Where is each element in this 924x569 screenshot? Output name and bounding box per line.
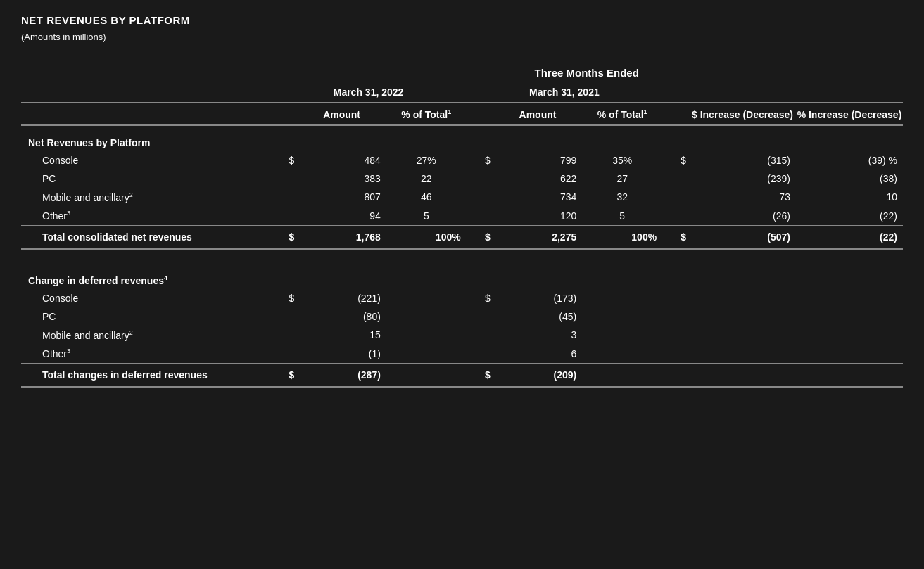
total-row: Total consolidated net revenues$1,768100…	[21, 225, 903, 249]
pct2-header: % of Total1	[582, 103, 662, 125]
three-months-header: Three Months Ended	[270, 63, 903, 82]
pct1-header: % of Total1	[386, 103, 467, 125]
table-row: Mobile and ancillary280746734327310	[21, 188, 903, 207]
table-row: Console$48427%$79935%$(315)(39) %	[21, 151, 903, 170]
section-header-row: Net Revenues by Platform	[21, 125, 903, 151]
page-title: NET REVENUES BY PLATFORM	[21, 14, 903, 26]
table-row: Other3(1)6	[21, 344, 903, 363]
spacer-row	[21, 249, 903, 263]
table-row: Other39451205(26)(22)	[21, 206, 903, 225]
table-row: PC(80)(45)	[21, 307, 903, 326]
amount2-header: Amount	[493, 103, 583, 125]
table-row: PC3832262227(239)(38)	[21, 170, 903, 188]
date1-header: March 31, 2022	[270, 82, 466, 103]
amount1-header: Amount	[297, 103, 386, 125]
subtitle: (Amounts in millions)	[21, 32, 903, 42]
section-header-row: Change in deferred revenues4	[21, 263, 903, 289]
date2-header: March 31, 2021	[467, 82, 662, 103]
dollar-increase-header: $ Increase (Decrease)	[689, 103, 796, 125]
pct-increase-header: % Increase (Decrease)	[796, 103, 903, 125]
table-row: Mobile and ancillary2153	[21, 326, 903, 345]
total-row: Total changes in deferred revenues$(287)…	[21, 363, 903, 387]
table-row: Console$(221)$(173)	[21, 289, 903, 307]
